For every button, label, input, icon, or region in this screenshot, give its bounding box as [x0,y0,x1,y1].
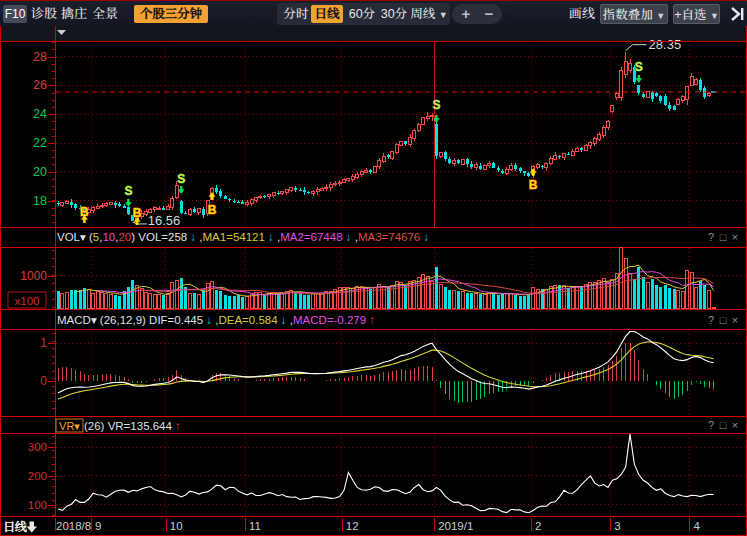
tab-30min[interactable]: 30分 [378,5,410,23]
period-tab-strip: 分时 日线 60分 30分 周线 ▼ [277,3,450,25]
add-watchlist-button[interactable]: +自选 ▼ [673,4,720,24]
candle [444,152,447,159]
candle [325,187,328,189]
candle [294,188,297,190]
candle [153,208,156,210]
tab-quanjing[interactable]: 全景 [92,5,118,23]
candle [57,203,60,205]
candle [338,182,341,183]
tab-weekly[interactable]: 周线 ▼ [410,5,448,23]
candle [611,106,614,112]
vr-axis-label: 300 [28,441,47,453]
vr-axis-label: 100 [28,499,47,511]
candle [224,196,227,198]
candle [246,203,249,205]
candle [277,193,280,194]
tab-qinzhuang[interactable]: 擒庄 [61,5,87,23]
candle [61,202,64,205]
chevron-down-icon: ▼ [656,11,665,21]
candle [505,169,508,173]
f10-button[interactable]: F10 [3,5,27,23]
vol-unit-badge: x100 [8,292,46,308]
vr-indicator-selector[interactable]: VR▾ [56,419,83,432]
candle [497,168,500,170]
sell-marker: S [635,60,643,84]
close-icon[interactable]: × [732,314,738,326]
tab-three-minutes[interactable]: 个股三分钟 [134,5,208,23]
candle [189,209,192,214]
month-label: 11 [249,520,261,532]
main-chart-header [0,26,747,41]
zoom-out-button[interactable]: − [477,4,501,24]
candle [655,93,658,95]
candle [373,166,376,172]
tab-fenshi[interactable]: 分时 [281,5,311,23]
candle [215,188,218,192]
month-label: 9 [95,520,101,532]
svg-text:x100: x100 [15,295,40,307]
candle [642,94,645,97]
candle [475,165,478,168]
candle [307,192,310,193]
expand-panel-icon[interactable] [729,6,745,22]
maximize-icon[interactable]: □ [720,314,727,326]
candle [290,188,293,191]
candle [167,206,170,209]
candle [395,145,398,153]
candle [457,160,460,163]
candle [514,165,517,169]
candle [453,160,456,163]
candle [96,206,99,208]
svg-text:S: S [432,98,440,112]
candle [519,168,522,171]
candle [413,130,416,138]
vol-header-icons: ?□× [708,231,738,243]
candle [184,213,187,214]
candle [263,196,266,197]
help-icon[interactable]: ? [708,314,714,326]
top-toolbar: F10 诊股 擒庄 全景 个股三分钟 分时 日线 60分 30分 周线 ▼ + … [0,0,747,26]
buy-marker: B [208,192,217,217]
tab-60min[interactable]: 60分 [346,5,378,23]
volume-bars [57,247,716,308]
chevron-down-icon: ▼ [439,10,448,20]
tab-daily[interactable]: 日线 [311,5,343,23]
maximize-icon[interactable]: □ [720,231,727,243]
macd-header-icons: ?□× [708,314,738,326]
candle [492,163,495,168]
candle [171,199,174,208]
help-icon[interactable]: ? [708,231,714,243]
buy-marker: B [80,205,89,224]
candle [255,198,258,201]
svg-text:B: B [529,178,538,192]
close-icon[interactable]: × [732,231,738,243]
candle [668,105,671,110]
macd-header-text: MACD▾ (26,12,9) DIF=0.445 ↓ ,DEA=0.584 ↓… [57,314,375,326]
candle [109,203,112,204]
candle [404,141,407,144]
chevron-down-icon: ▼ [710,11,719,21]
index-overlay-button[interactable]: 指数叠加 ▼ [600,4,668,24]
arrow-down-icon [27,522,37,533]
candle [391,152,394,159]
candle [571,151,574,155]
month-label: 2019/1 [438,520,473,532]
candle [158,208,161,209]
help-icon[interactable]: ? [708,419,714,431]
vol-header-text: VOL▾ (5,10,20) VOL=258 ↓ ,MA1=54121 ↓ ,M… [57,231,429,243]
candle [554,155,557,159]
chart-area[interactable]: 2826242220181000x1001030020010028.3516.5… [0,26,747,536]
candle [607,121,610,127]
price-axis-label: 20 [33,165,47,179]
maximize-icon[interactable]: □ [720,419,727,431]
candle [316,190,319,192]
zoom-in-button[interactable]: + [454,4,478,24]
tab-zhengu[interactable]: 诊股 [31,5,57,23]
candlestick-series [57,52,717,222]
candle [708,93,711,95]
candle [602,127,605,135]
candle [576,148,579,151]
candle [673,106,676,110]
close-icon[interactable]: × [732,419,738,431]
draw-line-button[interactable]: 画线 [569,5,595,23]
